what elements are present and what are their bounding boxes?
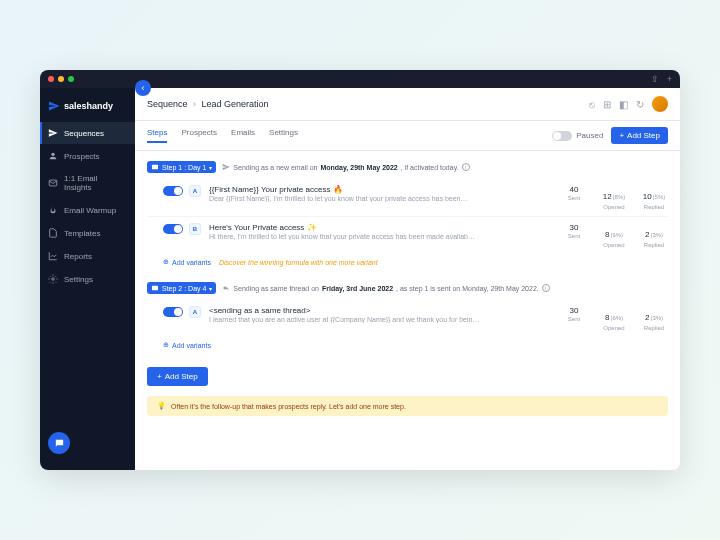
- info-icon[interactable]: i: [542, 284, 550, 292]
- variant-toggle[interactable]: [163, 307, 183, 317]
- chevron-down-icon: ▾: [209, 164, 212, 171]
- step2-badge[interactable]: Step 2 : Day 4 ▾: [147, 282, 216, 294]
- content-scroll[interactable]: Step 1 : Day 1 ▾ Sending as a new email …: [135, 151, 680, 470]
- share-icon[interactable]: ⇧: [651, 74, 659, 84]
- variant-desc: Hi there, I'm thrilled to let you know t…: [209, 233, 552, 240]
- svg-point-0: [51, 153, 54, 156]
- nav-label: Prospects: [64, 152, 100, 161]
- add-variants-button[interactable]: ⊕ Add variants: [163, 341, 211, 349]
- close-dot[interactable]: [48, 76, 54, 82]
- chat-button[interactable]: [48, 432, 70, 454]
- sidebar: saleshandy Sequences Prospects 1:1 Email…: [40, 88, 135, 470]
- tab-prospects[interactable]: Prospects: [181, 128, 217, 143]
- sidebar-item-sequences[interactable]: Sequences: [40, 122, 135, 144]
- variant-hint: Discover the winning formula with one mo…: [219, 259, 378, 266]
- tab-settings[interactable]: Settings: [269, 128, 298, 143]
- svg-rect-4: [152, 286, 158, 291]
- tab-steps[interactable]: Steps: [147, 128, 167, 143]
- add-step-label: Add Step: [627, 131, 660, 140]
- brand-icon: [48, 100, 60, 112]
- send-icon: [48, 128, 58, 138]
- sidebar-item-reports[interactable]: Reports: [40, 245, 135, 267]
- breadcrumb-root[interactable]: Sequence: [147, 99, 188, 109]
- add-variants-label: Add variants: [172, 259, 211, 266]
- variant-title: Here's Your Private access ✨: [209, 223, 552, 232]
- mail-icon: [151, 163, 159, 171]
- variant-toggle[interactable]: [163, 224, 183, 234]
- tab-emails[interactable]: Emails: [231, 128, 255, 143]
- maximize-dot[interactable]: [68, 76, 74, 82]
- step2-title: Step 2 : Day 4: [162, 285, 206, 292]
- svg-point-2: [52, 278, 55, 281]
- pause-label: Paused: [576, 131, 603, 140]
- variant-letter: A: [189, 185, 201, 197]
- brand-text: saleshandy: [64, 101, 113, 111]
- stat-sent: 40: [560, 185, 588, 194]
- nav-label: Sequences: [64, 129, 104, 138]
- header: Sequence › Lead Generation ⎋ ⊞ ◧ ↻: [135, 88, 680, 121]
- add-variants-button[interactable]: ⊕ Add variants: [163, 258, 211, 266]
- variant-desc: Dear {{First Name}}, I'm thrilled to let…: [209, 195, 552, 202]
- step2-meta: Sending as same thread on Friday, 3rd Ju…: [222, 284, 549, 292]
- variant-row[interactable]: A <sending as a same thread> I learned t…: [147, 300, 668, 337]
- minimize-dot[interactable]: [58, 76, 64, 82]
- step1-add-variants-row: ⊕ Add variants Discover the winning form…: [147, 254, 668, 274]
- add-step-button-bottom[interactable]: + Add Step: [147, 367, 208, 386]
- pause-toggle[interactable]: [552, 131, 572, 141]
- nav-label: Templates: [64, 229, 100, 238]
- refresh-icon[interactable]: ↻: [636, 99, 644, 110]
- tabs: Steps Prospects Emails Settings: [147, 128, 298, 143]
- step1-header: Step 1 : Day 1 ▾ Sending as a new email …: [147, 161, 668, 173]
- chevron-down-icon: ▾: [209, 285, 212, 292]
- app-window: ⇧ + saleshandy Sequences Prospects: [40, 70, 680, 470]
- gear-icon: [48, 274, 58, 284]
- step2-header: Step 2 : Day 4 ▾ Sending as same thread …: [147, 282, 668, 294]
- sidebar-item-warmup[interactable]: Email Warmup: [40, 199, 135, 221]
- file-icon: [48, 228, 58, 238]
- bulb-icon: 💡: [157, 402, 166, 410]
- breadcrumb: Sequence › Lead Generation: [147, 99, 269, 109]
- sidebar-item-prospects[interactable]: Prospects: [40, 145, 135, 167]
- subheader: Steps Prospects Emails Settings Paused +…: [135, 121, 680, 151]
- variant-title: <sending as a same thread>: [209, 306, 552, 315]
- sidebar-collapse-button[interactable]: ‹: [135, 80, 151, 96]
- send-icon: [222, 163, 230, 171]
- step1-badge[interactable]: Step 1 : Day 1 ▾: [147, 161, 216, 173]
- new-tab-icon[interactable]: +: [667, 74, 672, 84]
- variant-row[interactable]: B Here's Your Private access ✨ Hi there,…: [147, 217, 668, 254]
- add-step-label: Add Step: [165, 372, 198, 381]
- plus-circle-icon: ⊕: [163, 341, 169, 349]
- add-step-button[interactable]: + Add Step: [611, 127, 668, 144]
- step1-meta: Sending as a new email on Monday, 29th M…: [222, 163, 469, 171]
- variant-desc: I learned that you are an active user at…: [209, 316, 552, 323]
- nav-label: 1:1 Email Insights: [64, 174, 127, 192]
- stat-replied: 2: [645, 313, 649, 322]
- sidebar-item-insights[interactable]: 1:1 Email Insights: [40, 168, 135, 198]
- sidebar-item-settings[interactable]: Settings: [40, 268, 135, 290]
- stat-opened: 8: [605, 230, 609, 239]
- info-icon[interactable]: i: [462, 163, 470, 171]
- headset-icon[interactable]: ◧: [619, 99, 628, 110]
- variant-title: {{First Name}} Your private access 🔥: [209, 185, 552, 194]
- variant-letter: B: [189, 223, 201, 235]
- export-icon[interactable]: ⎋: [589, 99, 595, 110]
- main-content: Sequence › Lead Generation ⎋ ⊞ ◧ ↻ Steps…: [135, 88, 680, 470]
- add-variants-label: Add variants: [172, 342, 211, 349]
- avatar[interactable]: [652, 96, 668, 112]
- stat-sent: 30: [560, 306, 588, 315]
- grid-icon[interactable]: ⊞: [603, 99, 611, 110]
- breadcrumb-current: Lead Generation: [202, 99, 269, 109]
- plus-icon: +: [619, 131, 624, 140]
- sidebar-item-templates[interactable]: Templates: [40, 222, 135, 244]
- chart-icon: [48, 251, 58, 261]
- stat-opened: 8: [605, 313, 609, 322]
- plus-circle-icon: ⊕: [163, 258, 169, 266]
- breadcrumb-sep: ›: [193, 99, 196, 109]
- variant-row[interactable]: A {{First Name}} Your private access 🔥 D…: [147, 179, 668, 217]
- reply-icon: [222, 284, 230, 292]
- brand-logo: saleshandy: [40, 96, 135, 122]
- plus-icon: +: [157, 372, 162, 381]
- variant-toggle[interactable]: [163, 186, 183, 196]
- svg-rect-3: [152, 165, 158, 170]
- variant-letter: A: [189, 306, 201, 318]
